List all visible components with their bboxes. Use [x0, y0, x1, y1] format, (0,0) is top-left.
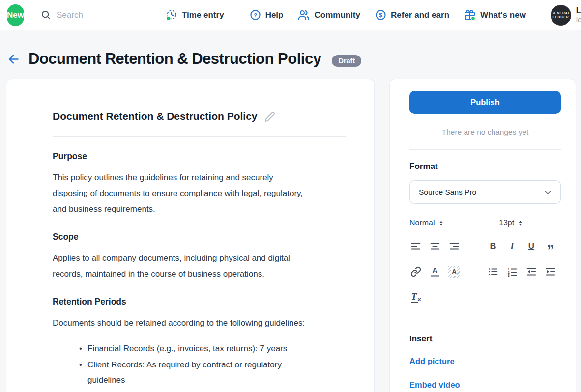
blockquote-icon[interactable]: ”	[544, 240, 557, 252]
nav-refer-label: Refer and earn	[391, 10, 449, 20]
community-people-icon	[298, 9, 310, 21]
avatar: GENERAL LEDGER	[551, 5, 571, 26]
retention-bullet-list: Financial Records (e.g., invoices, tax r…	[79, 341, 346, 388]
font-size-value: 13pt	[499, 219, 514, 227]
nav-community-label: Community	[314, 10, 360, 20]
content-area: Document Retention & Destruction Policy …	[0, 68, 581, 392]
svg-text:?: ?	[254, 12, 257, 18]
svg-text:$: $	[379, 12, 382, 19]
user-name: Luca...	[576, 6, 581, 15]
chevron-down-icon	[543, 188, 552, 197]
nav-whats-new-label: What's new	[480, 10, 526, 20]
document-divider	[53, 136, 346, 137]
page-title: Document Retention & Destruction Policy	[29, 50, 321, 68]
dollar-circle-icon: $	[375, 9, 386, 21]
section-body-scope: Applies to all company documents, includ…	[53, 251, 308, 282]
user-menu[interactable]: GENERAL LEDGER Luca... ledger@taxd	[551, 5, 581, 26]
paragraph-style-select[interactable]: Normal	[409, 219, 499, 227]
nav-help[interactable]: ? Help	[250, 9, 284, 21]
insert-heading: Insert	[409, 334, 561, 344]
toolbar-row-1: B I U ”	[409, 239, 561, 253]
highlight-icon[interactable]: A	[448, 265, 461, 278]
status-badge: Draft	[332, 55, 361, 67]
up-down-arrows-icon	[517, 220, 524, 227]
section-heading-scope: Scope	[53, 232, 346, 242]
link-icon[interactable]	[409, 265, 422, 278]
nav-community[interactable]: Community	[298, 9, 360, 21]
svg-text:3: 3	[508, 273, 510, 277]
toolbar-row-3: T×	[409, 290, 561, 304]
format-heading: Format	[409, 162, 561, 171]
section-body-purpose: This policy outlines the guidelines for …	[53, 170, 308, 217]
sidebar-divider	[409, 149, 561, 150]
font-family-select[interactable]: Source Sans Pro	[409, 180, 561, 204]
up-down-arrows-icon	[437, 220, 445, 227]
nav-help-label: Help	[265, 10, 284, 20]
section-heading-retention-periods: Retention Periods	[53, 297, 346, 307]
nav-time-entry[interactable]: Time entry	[166, 9, 224, 21]
italic-icon[interactable]: I	[506, 240, 519, 252]
gift-icon	[464, 9, 476, 21]
nav-time-entry-label: Time entry	[182, 10, 224, 20]
no-changes-note: There are no changes yet	[409, 128, 561, 137]
edit-pencil-icon[interactable]	[264, 112, 275, 122]
font-family-value: Source Sans Pro	[419, 188, 476, 196]
align-center-icon[interactable]	[429, 240, 441, 252]
document-title: Document Retention & Destruction Policy	[53, 111, 258, 122]
document-title-row: Document Retention & Destruction Policy	[53, 111, 346, 122]
search-input[interactable]	[57, 10, 116, 20]
publish-button[interactable]: Publish	[409, 91, 561, 114]
toolbar-row-2: A A 123	[409, 265, 561, 279]
embed-video-link[interactable]: Embed video	[409, 380, 561, 390]
search-icon	[41, 10, 51, 20]
nav-refer-and-earn[interactable]: $ Refer and earn	[375, 9, 449, 21]
top-navbar: New Time entry ? Help Community $	[0, 0, 581, 30]
section-body-retention-periods: Documents should be retained according t…	[53, 315, 308, 331]
underline-icon[interactable]: U	[525, 240, 538, 252]
user-meta: Luca... ledger@taxd	[576, 6, 581, 25]
clear-formatting-icon[interactable]: T×	[409, 291, 422, 304]
search-box[interactable]	[41, 10, 116, 20]
new-button[interactable]: New	[7, 4, 24, 26]
indent-icon[interactable]	[544, 265, 557, 278]
user-email: ledger@taxd	[576, 15, 581, 25]
paragraph-style-value: Normal	[409, 219, 435, 227]
style-size-row: Normal 13pt	[409, 219, 561, 227]
page-header: Document Retention & Destruction Policy …	[0, 30, 581, 68]
outdent-icon[interactable]	[525, 265, 538, 278]
editor-sidebar: Publish There are no changes yet Format …	[389, 79, 576, 392]
text-color-icon[interactable]: A	[429, 265, 441, 278]
list-item: Client Records: As required by contract …	[79, 357, 320, 388]
document-card: Document Retention & Destruction Policy …	[6, 79, 375, 392]
sidebar-divider	[409, 321, 561, 321]
help-icon: ?	[250, 9, 261, 21]
align-right-icon[interactable]	[448, 240, 461, 252]
section-heading-purpose: Purpose	[53, 151, 346, 162]
back-arrow-button[interactable]	[7, 53, 20, 66]
bold-icon[interactable]: B	[487, 240, 499, 252]
add-picture-link[interactable]: Add picture	[409, 357, 561, 366]
list-item: Financial Records (e.g., invoices, tax r…	[79, 341, 320, 356]
time-entry-clock-icon	[166, 9, 177, 21]
font-size-select[interactable]: 13pt	[499, 219, 524, 227]
numbered-list-icon[interactable]: 123	[506, 265, 519, 278]
bullet-list-icon[interactable]	[487, 265, 499, 278]
document-body-editor[interactable]: Purpose This policy outlines the guideli…	[53, 151, 346, 388]
align-left-icon[interactable]	[409, 240, 422, 252]
nav-whats-new[interactable]: What's new	[464, 9, 526, 21]
